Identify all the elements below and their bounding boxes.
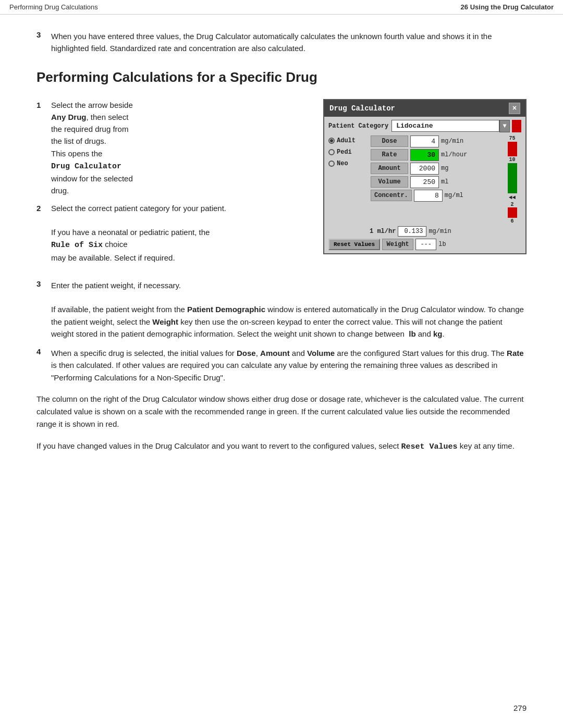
main-content: 3 When you have entered three values, th…: [0, 15, 563, 494]
close-button[interactable]: ×: [509, 103, 520, 114]
calc-rows: Dose 4 mg/min Rate 30 ml/hour: [371, 135, 500, 224]
weight-bold: Weight: [152, 317, 178, 326]
rate-label: Rate: [371, 149, 408, 161]
ml-per-hr-value: 0.133: [398, 226, 426, 237]
header-left: Performing Drug Calculations: [9, 3, 98, 11]
drug-calc-container: Drug Calculator × Patient Category Lidoc…: [323, 99, 527, 254]
scale-red-top: [508, 142, 517, 156]
weight-unit: lb: [438, 241, 446, 248]
drug-calc-title: Drug Calculator: [329, 104, 395, 113]
radio-pedi[interactable]: Pedi: [328, 147, 368, 157]
any-drug-label: Any Drug: [51, 113, 87, 121]
volume-bold: Volume: [307, 349, 335, 357]
intro-step-text: When you have entered three values, the …: [51, 30, 527, 55]
step4-row: 4 When a specific drug is selected, the …: [36, 347, 527, 384]
drug-name-box[interactable]: Lidocaine: [391, 120, 499, 132]
rule-of-six-label: Rule of Six: [51, 240, 103, 249]
dose-value[interactable]: 4: [410, 135, 439, 147]
patient-categories: Adult Pedi Neo: [328, 135, 368, 224]
rate-unit: ml/hour: [441, 151, 467, 158]
scale-arrow: ◄◄: [509, 194, 516, 201]
concentr-label: Concentr.: [371, 190, 412, 201]
intro-step-number: 3: [36, 30, 51, 55]
para2: If you have changed values in the Drug C…: [36, 440, 527, 453]
steps-left: 1 Select the arrow beside Any Drug, then…: [36, 99, 308, 269]
rate-row: Rate 30 ml/hour: [371, 149, 500, 161]
drug-calculator-widget: Drug Calculator × Patient Category Lidoc…: [323, 99, 527, 254]
scale-bottom-num: 2: [510, 202, 513, 207]
amount-value[interactable]: 2000: [410, 163, 439, 175]
scale-green: [508, 163, 517, 193]
radio-neo-label: Neo: [337, 160, 348, 167]
volume-label: Volume: [371, 176, 408, 188]
step3-row: 3 Enter the patient weight, if necessary…: [36, 279, 527, 340]
radio-neo[interactable]: Neo: [328, 158, 368, 169]
concentr-unit: mg/ml: [445, 192, 471, 199]
amount-label: Amount: [371, 163, 408, 174]
weight-label: Weight: [382, 239, 413, 250]
rate-value[interactable]: 30: [410, 149, 439, 161]
rate-bold: Rate: [507, 349, 524, 357]
drug-selector: Lidocaine ▼: [391, 120, 510, 132]
step1-body: Select the arrow beside Any Drug, then s…: [51, 99, 133, 197]
amount-bold: Amount: [260, 349, 290, 357]
patient-category-label: Patient Category: [328, 122, 388, 130]
dose-row: Dose 4 mg/min: [371, 135, 500, 147]
radio-pedi-label: Pedi: [337, 149, 352, 156]
amount-unit: mg: [441, 165, 467, 172]
dose-label: Dose: [371, 135, 408, 147]
ml-per-hr-label: 1 ml/hr: [370, 228, 396, 235]
radio-adult[interactable]: Adult: [328, 135, 368, 146]
drug-dropdown-icon[interactable]: ▼: [499, 120, 510, 132]
volume-value[interactable]: 250: [410, 176, 439, 188]
radio-adult-circle: [328, 138, 335, 144]
scale-top-num: 75: [509, 135, 515, 141]
dose-bold: Dose: [237, 349, 256, 357]
concentr-row: Concentr. 8 mg/ml: [371, 190, 500, 202]
reset-weight-row: Reset Values Weight --- lb: [328, 239, 521, 250]
reset-values-ref: Reset Values: [401, 441, 458, 450]
drug-calc-body: Patient Category Lidocaine ▼: [324, 117, 525, 253]
scale-mid-num: 10: [509, 156, 515, 163]
lb-bold: lb: [409, 329, 415, 338]
step1-number: 1: [36, 99, 51, 197]
scale-bar: 75 10 ◄◄ 2 6: [503, 135, 521, 224]
radio-neo-circle: [328, 161, 335, 167]
ml-hr-row: 1 ml/hr 0.133 mg/min: [328, 226, 521, 237]
intro-step: 3 When you have entered three values, th…: [36, 30, 527, 55]
section-title: Performing Calculations for a Specific D…: [36, 69, 527, 85]
top-scale-red: [512, 120, 521, 132]
page-number: 279: [513, 704, 527, 712]
ml-per-hr-unit: mg/min: [429, 228, 451, 235]
para1: The column on the right of the Drug Calc…: [36, 393, 527, 430]
step3-number: 3: [36, 279, 51, 340]
volume-unit: ml: [441, 178, 467, 186]
reset-values-button[interactable]: Reset Values: [328, 239, 380, 250]
calc-main-area: Adult Pedi Neo: [328, 135, 521, 224]
drug-calc-ref: Drug Calculator: [51, 161, 121, 170]
drug-calc-titlebar: Drug Calculator ×: [324, 100, 525, 117]
concentr-value[interactable]: 8: [414, 190, 443, 202]
scale-red-bottom: [508, 207, 517, 218]
step4-body: When a specific drug is selected, the in…: [51, 347, 527, 384]
patient-demo-bold: Patient Demographic: [187, 305, 265, 314]
dose-unit: mg/min: [441, 138, 467, 145]
patient-drug-row: Patient Category Lidocaine ▼: [328, 120, 521, 132]
header-bar: Performing Drug Calculations 26 Using th…: [0, 0, 563, 15]
step1-row: 1 Select the arrow beside Any Drug, then…: [36, 99, 527, 269]
step3-body: Enter the patient weight, if necessary. …: [51, 279, 527, 340]
step2-number: 2: [36, 202, 51, 264]
radio-pedi-circle: [328, 149, 335, 155]
header-right: 26 Using the Drug Calculator: [461, 3, 554, 11]
amount-row: Amount 2000 mg: [371, 163, 500, 175]
volume-row: Volume 250 ml: [371, 176, 500, 188]
step4-number: 4: [36, 347, 51, 384]
kg-bold: kg: [433, 329, 443, 338]
radio-adult-label: Adult: [337, 137, 356, 144]
step2-body: Select the correct patient category for …: [51, 202, 226, 264]
weight-value[interactable]: ---: [415, 239, 436, 250]
scale-bottom-num2: 6: [510, 218, 513, 224]
